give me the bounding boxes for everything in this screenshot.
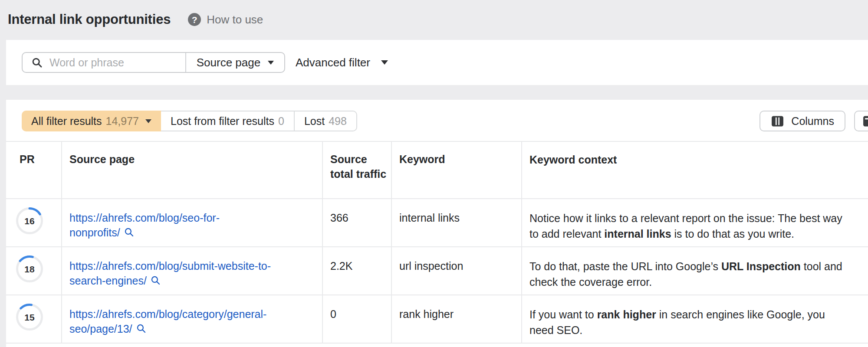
filter-results-tabs: All filter results 14,977 Lost from filt…: [22, 111, 357, 131]
search-scope-value: Source page: [197, 56, 260, 69]
how-to-use-link[interactable]: ? How to use: [188, 13, 263, 26]
export-icon: [862, 115, 868, 128]
source-page-link[interactable]: https://ahrefs.com/blog/seo-for-nonprofi…: [69, 210, 220, 240]
export-button-partial[interactable]: [854, 111, 868, 131]
results-toolbar: All filter results 14,977 Lost from filt…: [22, 111, 868, 131]
chevron-down-icon: [381, 60, 388, 65]
source-page-link[interactable]: https://ahrefs.com/blog/submit-website-t…: [69, 259, 271, 288]
chevron-down-icon: [268, 61, 274, 65]
pr-cell: 15: [6, 295, 62, 343]
keyword-context-cell: Notice how it links to a relevant report…: [522, 199, 868, 246]
pr-value: 16: [24, 216, 34, 226]
column-header-source-page[interactable]: Source page: [62, 142, 323, 198]
tab-count: 498: [329, 115, 347, 128]
table-row: 16 https://ahrefs.com/blog/seo-for-nonpr…: [6, 199, 868, 247]
source-total-traffic-cell: 0: [323, 295, 392, 343]
inspect-magnifier-icon[interactable]: [150, 275, 161, 286]
tab-lost-from-filter-results[interactable]: Lost from filter results 0: [161, 111, 295, 131]
traffic-value: 2.2K: [330, 260, 352, 272]
table-header-row: PR Source page Source total traffic Keyw…: [6, 141, 868, 199]
keyword-value: internal links: [399, 212, 460, 224]
results-table: PR Source page Source total traffic Keyw…: [6, 141, 868, 344]
pr-cell: 18: [6, 247, 62, 295]
pr-value: 18: [24, 264, 35, 274]
tab-count: 0: [278, 115, 284, 128]
columns-icon: [771, 115, 784, 128]
search-section: [23, 53, 185, 72]
source-page-cell: https://ahrefs.com/blog/submit-website-t…: [62, 247, 323, 295]
column-header-source-total-traffic[interactable]: Source total traffic: [323, 142, 392, 198]
filter-bar: Source page Advanced filter: [6, 40, 868, 85]
inspect-magnifier-icon[interactable]: [136, 323, 147, 334]
keyword-context-cell: To do that, paste the URL into Google’s …: [522, 247, 868, 295]
source-total-traffic-cell: 2.2K: [323, 247, 392, 295]
advanced-filter-label: Advanced filter: [296, 56, 370, 69]
tab-label: Lost: [304, 115, 325, 128]
keyword-value: rank higher: [399, 308, 454, 320]
pr-progress-ring: 16: [16, 207, 43, 235]
search-combo: Source page: [22, 52, 285, 73]
advanced-filter-button[interactable]: Advanced filter: [296, 52, 388, 73]
source-page-cell: https://ahrefs.com/blog/seo-for-nonprofi…: [62, 199, 323, 246]
keyword-value: url inspection: [399, 260, 463, 272]
table-row: 15 https://ahrefs.com/blog/category/gene…: [6, 295, 868, 344]
table-body: 16 https://ahrefs.com/blog/seo-for-nonpr…: [6, 199, 868, 344]
column-header-keyword[interactable]: Keyword: [392, 142, 522, 198]
source-total-traffic-cell: 366: [323, 199, 392, 246]
tab-count: 14,977: [106, 115, 139, 128]
tab-label: Lost from filter results: [171, 115, 274, 128]
pr-progress-ring: 18: [16, 255, 43, 283]
pr-progress-ring: 15: [16, 303, 43, 331]
pr-cell: 16: [6, 199, 62, 246]
how-to-use-label: How to use: [207, 13, 263, 26]
column-header-pr[interactable]: PR: [6, 142, 62, 198]
tab-lost[interactable]: Lost 498: [295, 111, 357, 131]
traffic-value: 366: [330, 212, 349, 224]
table-row: 18 https://ahrefs.com/blog/submit-websit…: [6, 247, 868, 295]
tab-all-filter-results[interactable]: All filter results 14,977: [22, 111, 161, 131]
keyword-context-cell: If you want to rank higher in search eng…: [522, 295, 868, 343]
main-panel: All filter results 14,977 Lost from filt…: [6, 100, 868, 347]
pr-value: 15: [24, 312, 35, 322]
columns-button[interactable]: Columns: [760, 111, 845, 131]
columns-button-label: Columns: [791, 115, 834, 128]
search-scope-dropdown[interactable]: Source page: [185, 53, 284, 72]
chevron-down-icon: [145, 119, 151, 123]
source-page-cell: https://ahrefs.com/blog/category/general…: [62, 295, 323, 343]
source-page-link[interactable]: https://ahrefs.com/blog/category/general…: [69, 307, 266, 336]
keyword-cell: internal links: [392, 199, 522, 246]
traffic-value: 0: [330, 308, 336, 320]
page-title: Internal link opportunities: [8, 12, 171, 27]
keyword-cell: url inspection: [392, 247, 522, 295]
tab-label: All filter results: [31, 115, 102, 128]
column-header-keyword-context[interactable]: Keyword context: [522, 142, 868, 198]
search-input[interactable]: [49, 56, 172, 69]
inspect-magnifier-icon[interactable]: [124, 227, 135, 238]
page-header: Internal link opportunities ? How to use: [0, 0, 263, 39]
question-mark-icon: ?: [188, 13, 201, 26]
search-icon: [31, 57, 43, 69]
keyword-cell: rank higher: [392, 295, 522, 343]
